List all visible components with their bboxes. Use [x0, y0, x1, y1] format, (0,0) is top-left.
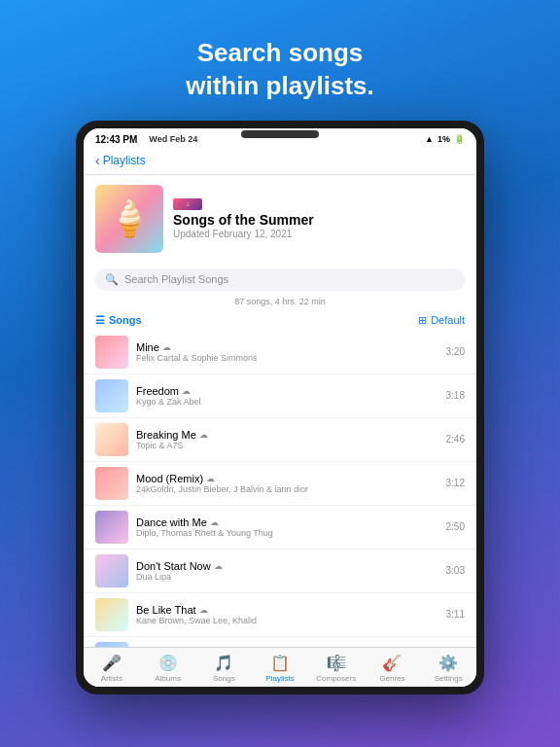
playlist-header: 🍦 ♫ Songs of the Summer Updated February… [84, 175, 476, 263]
albums-icon: 💿 [158, 654, 178, 672]
tab-playlists-label: Playlists [265, 674, 294, 683]
search-icon: 🔍 [105, 273, 119, 286]
song-duration-6: 3:03 [446, 565, 465, 576]
cloud-icon-4: ☁ [206, 474, 215, 483]
song-title-row-3: Breaking Me ☁ [136, 429, 438, 441]
battery-text: 1% [438, 134, 450, 144]
list-item[interactable]: Freedom ☁ Kygo & Zak Abel 3:18 [84, 374, 476, 418]
playlist-art-emoji: 🍦 [95, 185, 163, 253]
tab-playlists[interactable]: 📋 Playlists [252, 654, 308, 683]
list-item[interactable]: Mood (Remix) ☁ 24kGoldn, Justin Bieber, … [84, 462, 476, 506]
song-duration-4: 3:12 [446, 478, 465, 488]
cloud-icon-7: ☁ [199, 605, 208, 615]
list-item[interactable]: Be Like That ☁ Kane Brown, Swae Lee, Kha… [84, 593, 476, 637]
default-sort[interactable]: ⊞ Default [418, 314, 465, 327]
tab-songs-label: Songs [213, 674, 235, 683]
tab-albums-label: Albums [155, 674, 181, 683]
list-item[interactable]: Ride It ☁ Regard 2:37 [84, 637, 476, 647]
status-time: 12:43 PM [95, 134, 137, 145]
apple-music-icon: ♫ [173, 198, 202, 210]
song-duration-7: 3:11 [446, 609, 465, 620]
song-artist-3: Topic & A7S [136, 441, 438, 450]
wifi-icon: ▲ [425, 134, 434, 144]
main-content: 🍦 ♫ Songs of the Summer Updated February… [84, 175, 476, 687]
songs-section-header: ☰ Songs ⊞ Default [84, 310, 476, 331]
playlist-updated: Updated February 12, 2021 [173, 229, 465, 239]
tab-songs[interactable]: 🎵 Songs [195, 654, 252, 683]
tab-genres-label: Genres [379, 674, 404, 683]
tab-genres[interactable]: 🎸 Genres [365, 654, 421, 683]
song-artwork-7 [95, 598, 128, 631]
search-bar[interactable]: 🔍 Search Playlist Songs [95, 268, 465, 291]
tab-albums[interactable]: 💿 Albums [140, 654, 196, 683]
song-artwork-1 [95, 336, 128, 369]
song-details-2: Freedom ☁ Kygo & Zak Abel [136, 385, 438, 407]
back-button[interactable]: ‹ Playlists [95, 153, 465, 168]
list-item[interactable]: Breaking Me ☁ Topic & A7S 2:46 [84, 418, 476, 462]
tab-composers-label: Composers [316, 674, 356, 683]
cloud-icon-6: ☁ [214, 561, 223, 571]
playlist-name: Songs of the Summer [173, 212, 465, 228]
list-item[interactable]: Don't Start Now ☁ Dua Lipa 3:03 [84, 550, 476, 593]
song-duration-3: 2:46 [446, 434, 465, 445]
song-artwork-2 [95, 379, 128, 412]
song-title-row-2: Freedom ☁ [136, 385, 438, 397]
hero-title: Search songswithin playlists. [186, 37, 374, 103]
device-notch [241, 130, 319, 138]
song-duration-2: 3:18 [446, 390, 465, 401]
default-label-text: Default [431, 314, 465, 326]
song-title-4: Mood (Remix) [136, 473, 203, 484]
artists-icon: 🎤 [102, 654, 122, 672]
nav-bar: ‹ Playlists [84, 149, 476, 175]
search-placeholder: Search Playlist Songs [124, 273, 228, 285]
tab-composers[interactable]: 🎼 Composers [308, 654, 365, 683]
song-title-row-7: Be Like That ☁ [136, 604, 438, 616]
song-artist-5: Diplo, Thomas Rhett & Young Thug [136, 528, 438, 538]
song-artwork-5 [95, 511, 128, 544]
song-title-row-1: Mine ☁ [136, 341, 438, 353]
songs-icon: 🎵 [214, 654, 233, 672]
genres-icon: 🎸 [382, 654, 402, 672]
song-duration-1: 3:20 [446, 346, 465, 357]
list-item[interactable]: Mine ☁ Felix Cartal & Sophie Simmons 3:2… [84, 331, 476, 374]
sort-icon: ⊞ [418, 314, 427, 327]
hero-section: Search songswithin playlists. [186, 37, 374, 103]
chevron-left-icon: ‹ [95, 153, 100, 168]
song-details-6: Don't Start Now ☁ Dua Lipa [136, 560, 438, 582]
tab-settings-label: Settings [435, 674, 463, 683]
status-icons: ▲ 1% 🔋 [425, 134, 465, 144]
song-artist-6: Dua Lipa [136, 572, 438, 582]
cloud-icon-3: ☁ [199, 430, 208, 440]
song-details-7: Be Like That ☁ Kane Brown, Swae Lee, Kha… [136, 604, 438, 625]
tab-settings[interactable]: ⚙️ Settings [420, 654, 476, 683]
song-details-1: Mine ☁ Felix Cartal & Sophie Simmons [136, 341, 438, 363]
playlists-icon: 📋 [270, 654, 290, 672]
settings-icon: ⚙️ [438, 654, 458, 672]
battery-icon: 🔋 [454, 134, 465, 144]
status-date: Wed Feb 24 [149, 134, 197, 144]
composers-icon: 🎼 [327, 654, 346, 672]
tab-bar: 🎤 Artists 💿 Albums 🎵 Songs 📋 Playlists 🎼 [84, 647, 476, 687]
song-title-6: Don't Start Now [136, 560, 211, 572]
song-artist-1: Felix Cartal & Sophie Simmons [136, 353, 438, 363]
song-list: Mine ☁ Felix Cartal & Sophie Simmons 3:2… [84, 331, 476, 647]
song-title-row-4: Mood (Remix) ☁ [136, 473, 438, 484]
cloud-icon-2: ☁ [182, 386, 191, 396]
song-title-1: Mine [136, 341, 159, 353]
list-item[interactable]: Dance with Me ☁ Diplo, Thomas Rhett & Yo… [84, 506, 476, 550]
apple-music-badge: ♫ [173, 198, 465, 210]
song-duration-5: 2:50 [446, 521, 465, 532]
song-count: 87 songs, 4 hrs. 22 min [84, 297, 476, 306]
device-screen: 12:43 PM Wed Feb 24 ▲ 1% 🔋 ‹ Playlists 🍦 [84, 128, 476, 687]
song-details-3: Breaking Me ☁ Topic & A7S [136, 429, 438, 450]
tab-artists[interactable]: 🎤 Artists [84, 654, 140, 683]
songs-label: ☰ Songs [95, 314, 142, 327]
songs-label-text: Songs [109, 314, 142, 326]
song-artwork-4 [95, 467, 128, 500]
cloud-icon-1: ☁ [162, 342, 171, 352]
song-details-5: Dance with Me ☁ Diplo, Thomas Rhett & Yo… [136, 516, 438, 538]
song-title-7: Be Like That [136, 604, 196, 616]
playlist-artwork: 🍦 [95, 185, 163, 253]
song-title-3: Breaking Me [136, 429, 196, 441]
song-artwork-6 [95, 554, 128, 587]
